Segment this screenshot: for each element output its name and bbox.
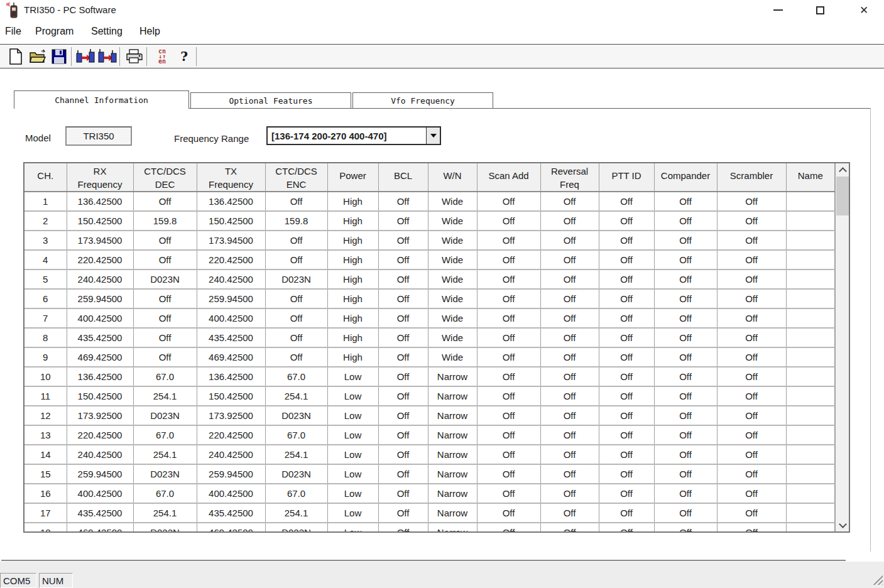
- cell-tx_frequency[interactable]: 259.94500: [197, 464, 265, 484]
- cell-reversal_freq[interactable]: Off: [540, 503, 599, 523]
- new-file-button[interactable]: [6, 47, 25, 66]
- cell-ctcdcs_enc[interactable]: Off: [265, 289, 327, 308]
- cell-ch[interactable]: 7: [25, 308, 67, 328]
- cell-ctcdcs_enc[interactable]: Off: [265, 328, 327, 347]
- cell-tx_frequency[interactable]: 469.42500: [197, 347, 265, 367]
- cell-wn[interactable]: Narrow: [428, 503, 477, 523]
- cell-wn[interactable]: Wide: [428, 250, 477, 270]
- cell-ctcdcs_dec[interactable]: 67.0: [133, 484, 197, 503]
- cell-name[interactable]: [786, 367, 835, 386]
- cell-tx_frequency[interactable]: 240.42500: [197, 445, 265, 464]
- cell-reversal_freq[interactable]: Off: [540, 289, 599, 308]
- menu-program[interactable]: Program: [35, 26, 74, 37]
- cell-name[interactable]: [786, 270, 835, 289]
- cell-scan_add[interactable]: Off: [477, 386, 540, 406]
- cell-rx_frequency[interactable]: 240.42500: [67, 270, 133, 289]
- cell-tx_frequency[interactable]: 220.42500: [197, 250, 265, 270]
- cell-rx_frequency[interactable]: 400.42500: [67, 308, 133, 328]
- cell-scrambler[interactable]: Off: [717, 503, 786, 523]
- cell-power[interactable]: Low: [327, 503, 378, 523]
- cell-compander[interactable]: Off: [654, 386, 717, 406]
- cell-power[interactable]: High: [327, 308, 378, 328]
- cell-wn[interactable]: Wide: [428, 231, 477, 250]
- cell-compander[interactable]: Off: [654, 308, 717, 328]
- cell-power[interactable]: Low: [327, 406, 378, 425]
- cell-ctcdcs_dec[interactable]: Off: [133, 308, 197, 328]
- cell-name[interactable]: [786, 250, 835, 270]
- cell-wn[interactable]: Wide: [428, 328, 477, 347]
- cell-rx_frequency[interactable]: 259.94500: [67, 464, 133, 484]
- cell-scan_add[interactable]: Off: [477, 328, 540, 347]
- cell-scrambler[interactable]: Off: [717, 308, 786, 328]
- cell-scrambler[interactable]: Off: [717, 328, 786, 347]
- cell-name[interactable]: [786, 192, 835, 211]
- cell-name[interactable]: [786, 464, 835, 484]
- cell-scan_add[interactable]: Off: [477, 231, 540, 250]
- cell-tx_frequency[interactable]: 150.42500: [197, 211, 265, 231]
- cell-ptt_id[interactable]: Off: [599, 231, 654, 250]
- cell-bcl[interactable]: Off: [378, 484, 428, 503]
- cell-scan_add[interactable]: Off: [477, 464, 540, 484]
- cell-wn[interactable]: Wide: [428, 308, 477, 328]
- help-button[interactable]: ?: [175, 47, 194, 66]
- cell-ch[interactable]: 17: [25, 503, 67, 523]
- cell-ctcdcs_enc[interactable]: 254.1: [265, 503, 327, 523]
- cell-wn[interactable]: Narrow: [428, 425, 477, 445]
- cell-ch[interactable]: 15: [25, 464, 67, 484]
- cell-bcl[interactable]: Off: [378, 464, 428, 484]
- scrollbar-down-button[interactable]: [836, 520, 849, 531]
- cell-ctcdcs_dec[interactable]: D023N: [133, 406, 197, 425]
- cell-bcl[interactable]: Off: [378, 192, 428, 211]
- cell-scan_add[interactable]: Off: [477, 523, 540, 531]
- tab-vfo-frequency[interactable]: Vfo Frequency: [352, 92, 493, 108]
- cell-scan_add[interactable]: Off: [477, 367, 540, 386]
- cell-tx_frequency[interactable]: 173.92500: [197, 406, 265, 425]
- open-file-button[interactable]: [28, 47, 47, 66]
- cell-ctcdcs_enc[interactable]: 254.1: [265, 386, 327, 406]
- cell-rx_frequency[interactable]: 173.92500: [67, 406, 133, 425]
- cell-ptt_id[interactable]: Off: [599, 523, 654, 531]
- cell-scan_add[interactable]: Off: [477, 406, 540, 425]
- scrollbar-thumb[interactable]: [836, 177, 849, 215]
- menu-file[interactable]: File: [5, 26, 21, 37]
- cell-name[interactable]: [786, 425, 835, 445]
- cell-ctcdcs_enc[interactable]: Off: [265, 192, 327, 211]
- cell-compander[interactable]: Off: [654, 523, 717, 531]
- cell-tx_frequency[interactable]: 150.42500: [197, 386, 265, 406]
- cell-ctcdcs_dec[interactable]: Off: [133, 347, 197, 367]
- cell-scan_add[interactable]: Off: [477, 192, 540, 211]
- cell-ptt_id[interactable]: Off: [599, 289, 654, 308]
- cell-wn[interactable]: Wide: [428, 289, 477, 308]
- cell-ptt_id[interactable]: Off: [599, 308, 654, 328]
- cell-reversal_freq[interactable]: Off: [540, 211, 599, 231]
- cell-power[interactable]: Low: [327, 464, 378, 484]
- cell-ctcdcs_dec[interactable]: 254.1: [133, 445, 197, 464]
- cell-ctcdcs_dec[interactable]: Off: [133, 328, 197, 347]
- cell-wn[interactable]: Narrow: [428, 386, 477, 406]
- cell-power[interactable]: Low: [327, 425, 378, 445]
- cell-ctcdcs_dec[interactable]: 159.8: [133, 211, 197, 231]
- cell-ctcdcs_enc[interactable]: 67.0: [265, 425, 327, 445]
- cell-ctcdcs_enc[interactable]: D023N: [265, 523, 327, 531]
- cell-compander[interactable]: Off: [654, 211, 717, 231]
- cell-wn[interactable]: Narrow: [428, 445, 477, 464]
- cell-power[interactable]: High: [327, 211, 378, 231]
- cell-tx_frequency[interactable]: 400.42500: [197, 484, 265, 503]
- cell-name[interactable]: [786, 308, 835, 328]
- cell-compander[interactable]: Off: [654, 347, 717, 367]
- cell-reversal_freq[interactable]: Off: [540, 250, 599, 270]
- cell-name[interactable]: [786, 231, 835, 250]
- cell-name[interactable]: [786, 484, 835, 503]
- cell-bcl[interactable]: Off: [378, 270, 428, 289]
- cell-ctcdcs_enc[interactable]: Off: [265, 347, 327, 367]
- cell-ch[interactable]: 5: [25, 270, 67, 289]
- cell-power[interactable]: Low: [327, 445, 378, 464]
- cell-tx_frequency[interactable]: 220.42500: [197, 425, 265, 445]
- resize-grip[interactable]: [872, 574, 883, 585]
- cell-scan_add[interactable]: Off: [477, 425, 540, 445]
- cell-ctcdcs_dec[interactable]: Off: [133, 250, 197, 270]
- cell-name[interactable]: [786, 386, 835, 406]
- cell-power[interactable]: High: [327, 289, 378, 308]
- cell-ctcdcs_enc[interactable]: 254.1: [265, 445, 327, 464]
- cell-scrambler[interactable]: Off: [717, 464, 786, 484]
